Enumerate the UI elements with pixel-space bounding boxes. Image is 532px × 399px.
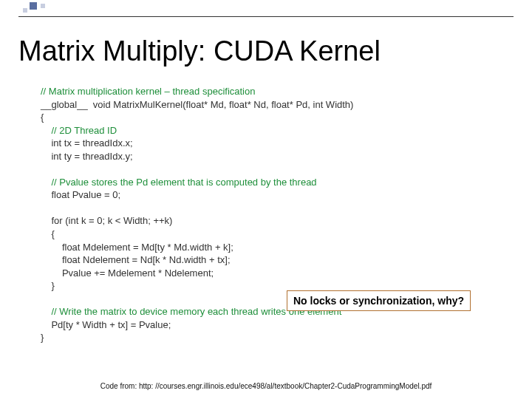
code-line: { bbox=[41, 228, 55, 239]
code-line: { bbox=[41, 112, 44, 123]
header-square-small-2 bbox=[23, 8, 27, 13]
code-line: } bbox=[41, 280, 55, 291]
slide-title: Matrix Multiply: CUDA Kernel bbox=[18, 35, 381, 67]
code-line: float Pvalue = 0; bbox=[41, 189, 120, 200]
header-square-small-1 bbox=[41, 4, 45, 8]
header-divider bbox=[18, 16, 514, 17]
code-line: int ty = threadIdx.y; bbox=[41, 151, 133, 162]
code-line: Pvalue += Mdelement * Ndelement; bbox=[41, 267, 214, 279]
code-comment: // 2D Thread ID bbox=[41, 125, 117, 136]
callout-annotation: No locks or synchronization, why? bbox=[287, 290, 471, 311]
code-line: __global__ void MatrixMulKernel(float* M… bbox=[41, 99, 353, 110]
slide-header-decoration bbox=[0, 0, 532, 18]
code-line: float Ndelement = Nd[k * Nd.width + tx]; bbox=[41, 254, 231, 265]
code-comment: // Matrix multiplication kernel – thread… bbox=[41, 86, 255, 97]
code-line: float Mdelement = Md[ty * Md.width + k]; bbox=[41, 242, 233, 253]
code-line: for (int k = 0; k < Width; ++k) bbox=[41, 215, 172, 226]
code-line: } bbox=[41, 332, 44, 343]
footer-citation: Code from: http: //courses.engr.illinois… bbox=[0, 382, 532, 390]
code-comment: // Pvalue stores the Pd element that is … bbox=[41, 177, 317, 188]
header-square-accent bbox=[30, 2, 37, 10]
code-line: Pd[ty * Width + tx] = Pvalue; bbox=[41, 319, 171, 330]
code-line: int tx = threadIdx.x; bbox=[41, 137, 133, 149]
